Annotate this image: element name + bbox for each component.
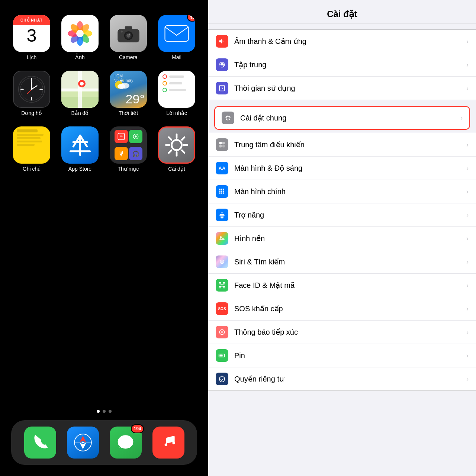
app-photos[interactable]: Ảnh [60,15,100,60]
settings-panel: Cài đặt Âm thanh & Cảm ứng › [208,0,476,476]
dock-phone[interactable] [24,427,56,459]
calendar-header: CHỦ NHẬT [13,15,50,25]
general-chevron: › [460,114,463,122]
settings-title: Cài đặt [208,9,476,19]
app-calendar[interactable]: CHỦ NHẬT 3 Lịch [11,15,52,60]
sound-chevron: › [466,38,469,45]
focus-icon-wrap [216,58,228,71]
svg-rect-81 [222,142,225,145]
svg-point-101 [221,284,222,285]
focus-chevron: › [466,61,469,69]
svg-line-44 [80,135,87,146]
sos-label: SOS khẩn cấp [234,304,463,313]
app-maps[interactable]: Bản đồ [60,71,100,116]
svg-rect-98 [223,283,225,284]
settings-item-focus[interactable]: Tập trung › [208,53,476,77]
svg-point-96 [221,260,223,263]
svg-point-15 [120,30,122,32]
battery-chevron: › [466,352,469,360]
contact-label: Thông báo tiếp xúc [234,328,463,337]
app-camera[interactable]: Camera [108,15,149,60]
dock: 194 [11,420,197,465]
siri-label: Siri & Tìm kiếm [234,257,463,266]
focus-icon [218,61,226,68]
screentime-label: Thời gian sử dụng [234,84,463,93]
app-reminders[interactable]: Lời nhắc [156,71,197,116]
clock-icon [17,74,46,104]
svg-point-48 [135,135,136,137]
settings-item-wallpaper[interactable]: Hình nền › [208,227,476,250]
app-mail[interactable]: 41 Mail [156,15,197,60]
svg-line-57 [169,150,171,153]
app-clock[interactable]: Đồng hồ [11,71,52,116]
dock-safari[interactable] [67,427,99,459]
settings-item-sound[interactable]: Âm thanh & Cảm ứng › [208,30,476,53]
svg-rect-99 [219,286,221,288]
settings-item-faceid[interactable]: Face ID & Mật mã › [208,274,476,297]
svg-point-49 [171,140,181,150]
svg-rect-90 [219,193,221,194]
folder-mini-3: 🎙 [115,147,128,160]
settings-item-control[interactable]: Trung tâm điều khiển › [208,133,476,157]
general-group-wrapper: Cài đặt chung › [208,103,476,133]
screentime-icon [218,84,226,92]
clock-label: Đồng hồ [21,110,42,116]
settings-list: Âm thanh & Cảm ứng › Tập trung › [208,23,476,476]
wallpaper-icon-wrap [216,232,228,245]
weather-label: Thời tiết [119,110,138,116]
homescreen-chevron: › [466,188,469,196]
app-appstore[interactable]: App Store [60,126,100,172]
app-settings[interactable]: Cài đặt [156,126,197,172]
settings-item-screentime[interactable]: Thời gian sử dụng › [208,77,476,100]
settings-item-contact[interactable]: Thông báo tiếp xúc › [208,321,476,344]
settings-item-general-highlighted[interactable]: Cài đặt chung › [214,106,470,130]
siri-icon [218,258,226,266]
screentime-icon-wrap [216,82,228,94]
settings-item-homescreen[interactable]: Màn hình chính › [208,180,476,203]
settings-item-accessibility[interactable]: Trợ năng › [208,203,476,227]
svg-rect-89 [223,191,224,192]
battery-label: Pin [234,351,463,360]
privacy-icon [218,375,226,383]
faceid-label: Face ID & Mật mã [234,281,463,290]
app-notes[interactable]: Ghi chú [11,126,52,172]
settings-item-privacy[interactable]: Quyền riêng tư › [208,367,476,390]
control-label: Trung tâm điều khiển [234,140,463,149]
app-weather[interactable]: HCM Nhiều mây 29° Thời tiết [108,71,149,116]
settings-item-siri[interactable]: Siri & Tìm kiếm › [208,250,476,274]
svg-rect-16 [165,26,189,41]
app-folder[interactable]: 🎙 🎧 Thư mục [108,126,149,172]
sound-icon [218,38,226,45]
svg-point-71 [227,117,229,119]
settings-item-battery[interactable]: Pin › [208,344,476,367]
iphone-screen: CHỦ NHẬT 3 Lịch [0,0,208,476]
reminder-item-2 [163,81,182,86]
sos-icon: SOS [218,307,226,311]
faceid-icon [218,282,226,289]
faceid-chevron: › [466,282,469,289]
appstore-icon [68,133,92,157]
calendar-day: 3 [27,27,37,45]
dock-music[interactable] [152,427,184,459]
display-label: Màn hình & Độ sáng [234,164,463,173]
svg-rect-80 [219,142,222,145]
svg-rect-83 [222,145,225,148]
notes-line5 [17,144,35,146]
svg-line-36 [123,80,124,81]
notes-label: Ghi chú [23,166,41,172]
calendar-label: Lịch [27,54,37,60]
app-row-1: CHỦ NHẬT 3 Lịch [11,15,197,60]
settings-group-1: Âm thanh & Cảm ứng › Tập trung › [208,29,476,100]
settings-item-display[interactable]: AA Màn hình & Độ sáng › [208,157,476,180]
accessibility-icon-wrap [216,209,228,221]
display-icon: AA [219,165,226,171]
dock-messages[interactable]: 194 [110,427,142,459]
notes-line2 [17,134,44,136]
svg-point-14 [129,33,130,35]
svg-rect-68 [166,438,167,444]
folder-mini-1 [115,130,128,143]
settings-item-sos[interactable]: SOS SOS khẩn cấp › [208,297,476,321]
dot-2 [103,410,106,413]
svg-point-102 [222,284,223,285]
svg-point-39 [118,84,125,89]
